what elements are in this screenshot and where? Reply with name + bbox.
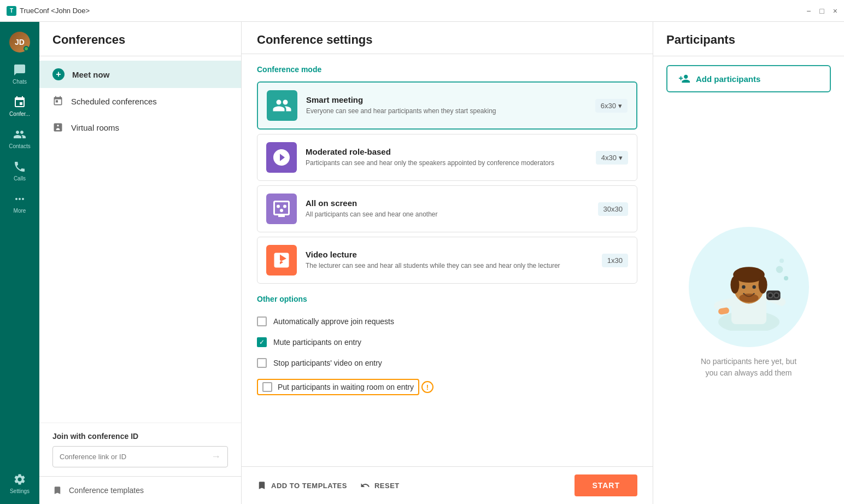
video-lecture-icon [266,245,297,276]
more-label: More [14,208,26,214]
sidebar-item-contacts[interactable]: Contacts [0,122,39,155]
window-controls: − □ × [806,7,837,15]
virtual-label: Virtual rooms [71,123,119,132]
sidebar-item-conferences[interactable]: Confer... [0,90,39,122]
all-screen-icon [266,194,297,224]
smart-meeting-desc: Everyone can see and hear participants w… [306,107,587,116]
sidebar-item-settings[interactable]: Settings [0,467,39,500]
svg-point-1 [283,205,286,208]
illustration-svg [705,243,793,331]
mute-entry-label: Mute participants on entry [273,338,361,347]
left-nav: + Meet now Scheduled conferences Virtual… [39,56,241,423]
join-input-wrap: → [52,446,228,467]
svg-point-2 [280,209,283,212]
participants-empty: No participants here yet, but you can al… [653,101,844,504]
scheduled-label: Scheduled conferences [71,97,157,106]
minimize-button[interactable]: − [806,7,811,15]
stop-video-label: Stop participants' video on entry [273,359,382,367]
option-waiting-room[interactable]: Put participants in waiting room on entr… [257,373,637,401]
moderated-desc: Participants can see and hear only the s… [306,159,587,168]
nav-meet-now[interactable]: + Meet now [39,61,241,88]
conference-templates-footer[interactable]: Conference templates [39,476,241,504]
svg-point-10 [752,285,755,288]
mode-section-title: Conference mode [257,65,637,74]
left-panel: Conferences + Meet now Scheduled confere… [39,22,242,504]
sidebar-item-calls[interactable]: Calls [0,155,39,187]
bookmark-icon [52,485,62,495]
arrow-icon: → [211,451,221,462]
app-title: TrueConf <John Doe> [20,7,90,15]
contacts-label: Contacts [9,143,30,149]
svg-point-18 [775,294,778,297]
door-icon [52,122,63,133]
start-button[interactable]: START [575,474,637,496]
video-lecture-title: Video lecture [306,250,593,259]
conferences-icon [13,96,26,109]
titlebar-left: T TrueConf <John Doe> [7,6,90,16]
moderated-title: Moderated role-based [306,147,587,156]
empty-illustration [689,227,809,347]
all-screen-badge: 30x30 [598,202,628,216]
svg-point-20 [784,276,788,280]
right-panel: Participants Add participants [653,22,844,504]
mute-entry-checkbox[interactable] [257,337,267,347]
sidebar-item-chats[interactable]: Chats [0,58,39,90]
option-stop-video[interactable]: Stop participants' video on entry [257,353,637,373]
option-mute-entry[interactable]: Mute participants on entry [257,332,637,353]
waiting-room-highlight: Put participants in waiting room on entr… [257,379,419,395]
close-button[interactable]: × [833,7,837,15]
svg-point-11 [739,294,758,302]
conf-mode-moderated[interactable]: Moderated role-based Participants can se… [257,134,637,181]
add-participants-icon [678,73,690,85]
svg-point-0 [277,205,280,208]
contacts-icon [13,128,26,141]
settings-title: Conference settings [242,22,653,54]
svg-point-7 [730,276,739,294]
app-logo: T [7,6,16,16]
waiting-room-label: Put participants in waiting room on entr… [278,383,414,391]
reset-button[interactable]: RESET [360,480,400,490]
nav-virtual[interactable]: Virtual rooms [39,114,241,140]
conference-id-input[interactable] [60,453,207,461]
participants-title: Participants [653,22,844,56]
svg-point-9 [742,285,745,288]
calls-label: Calls [14,175,26,181]
add-to-templates-button[interactable]: ADD TO TEMPLATES [257,480,347,490]
titlebar: T TrueConf <John Doe> − □ × [0,0,844,22]
sidebar-avatar[interactable]: JD [0,26,39,58]
settings-label: Settings [10,488,30,494]
auto-approve-checkbox[interactable] [257,317,267,326]
settings-icon [13,473,26,486]
main-layout: JD Chats Confer... Contacts Calls More S… [0,22,844,504]
join-title: Join with conference ID [52,432,228,441]
meet-now-label: Meet now [72,70,109,79]
smart-meeting-icon [267,90,297,121]
plus-icon: + [52,68,65,80]
all-screen-title: All on screen [306,198,589,208]
stop-video-checkbox[interactable] [257,358,267,368]
conferences-title: Conferences [39,22,241,56]
option-auto-approve[interactable]: Automatically approve join requests [257,311,637,332]
video-lecture-desc: The lecturer can see and hear all studen… [306,261,593,271]
smart-meeting-badge[interactable]: 6x30 ▾ [595,99,628,113]
auto-approve-label: Automatically approve join requests [273,317,394,326]
maximize-button[interactable]: □ [819,7,824,15]
other-options-title: Other options [257,295,637,303]
online-indicator [24,46,29,51]
smart-meeting-title: Smart meeting [306,95,587,104]
chats-label: Chats [13,79,27,85]
center-bottom-bar: ADD TO TEMPLATES RESET START [242,466,653,504]
conf-mode-smart[interactable]: Smart meeting Everyone can see and hear … [257,81,637,130]
sidebar-item-more[interactable]: More [0,187,39,219]
conf-mode-video-lecture[interactable]: Video lecture The lecturer can see and h… [257,237,637,284]
add-participants-button[interactable]: Add participants [666,65,831,92]
moderated-icon [266,142,297,173]
waiting-room-checkbox[interactable] [262,382,272,392]
nav-scheduled[interactable]: Scheduled conferences [39,88,241,114]
chats-icon [13,63,26,77]
moderated-badge[interactable]: 4x30 ▾ [596,151,628,165]
more-icon [13,192,26,206]
conf-mode-all-screen[interactable]: All on screen All participants can see a… [257,185,637,232]
templates-footer-label: Conference templates [69,486,144,495]
bookmark-add-icon [257,480,267,490]
